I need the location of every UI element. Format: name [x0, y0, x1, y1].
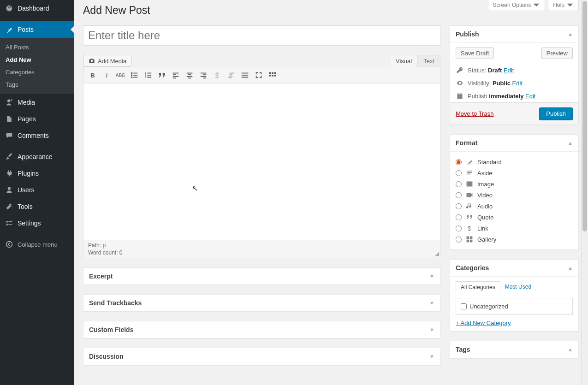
- format-radio[interactable]: [456, 192, 462, 198]
- align-right-button[interactable]: [197, 69, 210, 81]
- sidebar-item-comments[interactable]: Comments: [0, 127, 74, 144]
- metabox-header[interactable]: Send Trackbacks▼: [83, 295, 440, 311]
- format-option-gallery[interactable]: Gallery: [456, 234, 573, 245]
- fullscreen-button[interactable]: [252, 69, 265, 81]
- gallery-icon: [465, 236, 474, 243]
- sidebar-item-tools[interactable]: Tools: [0, 198, 74, 215]
- chevron-up-icon: ▲: [568, 140, 573, 146]
- metabox-header[interactable]: Excerpt▼: [83, 268, 440, 284]
- metabox-header[interactable]: Custom Fields▼: [83, 321, 440, 338]
- collapse-menu-button[interactable]: Collapse menu: [0, 236, 74, 253]
- format-option-standard[interactable]: Standard: [456, 156, 573, 167]
- format-label: Quote: [477, 214, 493, 221]
- publish-header[interactable]: Publish▲: [450, 26, 578, 43]
- bullet-list-button[interactable]: [128, 69, 141, 81]
- comment-icon: [5, 131, 14, 140]
- format-radio[interactable]: [456, 225, 462, 231]
- format-option-quote[interactable]: Quote: [456, 212, 573, 223]
- strikethrough-button[interactable]: ABC: [114, 69, 127, 81]
- tab-text[interactable]: Text: [417, 55, 440, 67]
- format-label: Audio: [477, 203, 493, 210]
- link-button[interactable]: [211, 69, 224, 81]
- move-to-trash-link[interactable]: Move to Trash: [456, 110, 493, 117]
- svg-rect-33: [272, 75, 273, 77]
- sidebar-label: Users: [18, 186, 35, 194]
- format-radio[interactable]: [456, 214, 462, 220]
- format-radio[interactable]: [456, 237, 462, 243]
- toolbar-toggle-button[interactable]: [266, 69, 279, 81]
- add-media-button[interactable]: Add Media: [83, 55, 131, 67]
- category-item[interactable]: Uncategorized: [461, 303, 568, 310]
- format-option-audio[interactable]: Audio: [456, 201, 573, 212]
- post-title-input[interactable]: [83, 25, 440, 46]
- format-radio[interactable]: [456, 203, 462, 209]
- italic-button[interactable]: I: [100, 69, 113, 81]
- format-radio[interactable]: [456, 181, 462, 187]
- tab-visual[interactable]: Visual: [390, 55, 417, 67]
- resize-handle-icon[interactable]: ◢: [435, 250, 439, 257]
- sidebar-item-pages[interactable]: Pages: [0, 111, 74, 127]
- add-new-category-link[interactable]: + Add New Category: [456, 320, 511, 326]
- sidebar-label: Comments: [18, 132, 49, 139]
- screen-options-toggle[interactable]: Screen Options: [488, 0, 546, 11]
- collapse-label: Collapse menu: [18, 241, 58, 248]
- insert-more-button[interactable]: [238, 69, 251, 81]
- format-header[interactable]: Format▲: [450, 135, 578, 152]
- blockquote-button[interactable]: [155, 69, 168, 81]
- format-radio[interactable]: [456, 159, 462, 165]
- sidebar-item-appearance[interactable]: Appearance: [0, 148, 74, 165]
- tags-box: Tags▲: [450, 341, 579, 359]
- align-left-button[interactable]: [169, 69, 182, 81]
- edit-visibility-link[interactable]: Edit: [512, 80, 523, 87]
- format-option-image[interactable]: Image: [456, 178, 573, 190]
- save-draft-button[interactable]: Save Draft: [456, 47, 494, 59]
- posts-submenu: All Posts Add New Categories Tags: [0, 38, 74, 94]
- metabox-discussion: Discussion▼: [83, 348, 440, 365]
- format-box: Format▲ StandardAsideImageVideoAudioQuot…: [450, 134, 579, 250]
- svg-rect-14: [173, 74, 176, 75]
- svg-rect-10: [147, 75, 151, 76]
- sidebar-item-plugins[interactable]: Plugins: [0, 165, 74, 182]
- format-label: Image: [477, 181, 494, 188]
- svg-rect-22: [203, 74, 206, 75]
- edit-schedule-link[interactable]: Edit: [525, 93, 535, 100]
- submenu-all-posts[interactable]: All Posts: [0, 41, 74, 53]
- metabox-header[interactable]: Discussion▼: [83, 348, 440, 365]
- preview-button[interactable]: Preview: [541, 47, 573, 59]
- categories-header[interactable]: Categories▲: [450, 260, 578, 277]
- sidebar-item-settings[interactable]: Settings: [0, 215, 74, 231]
- align-center-button[interactable]: [183, 69, 196, 81]
- plugin-icon: [5, 169, 14, 178]
- aside-icon: [465, 169, 474, 177]
- submenu-add-new[interactable]: Add New: [0, 53, 74, 66]
- metabox-trackbacks: Send Trackbacks▼: [83, 294, 440, 312]
- help-toggle[interactable]: Help: [548, 0, 579, 11]
- bold-button[interactable]: B: [86, 69, 99, 81]
- sidebar-item-dashboard[interactable]: Dashboard: [0, 0, 74, 17]
- sidebar-item-media[interactable]: Media: [0, 94, 74, 111]
- svg-rect-34: [274, 75, 276, 77]
- scrollbar-track[interactable]: [581, 0, 588, 385]
- tab-most-used[interactable]: Most Used: [500, 281, 536, 293]
- tags-header[interactable]: Tags▲: [450, 341, 578, 358]
- format-radio[interactable]: [456, 170, 462, 176]
- publish-button[interactable]: Publish: [539, 107, 573, 120]
- submenu-categories[interactable]: Categories: [0, 66, 74, 78]
- tab-all-categories[interactable]: All Categories: [456, 281, 500, 293]
- format-option-video[interactable]: Video: [456, 190, 573, 201]
- sidebar-item-users[interactable]: Users: [0, 182, 74, 198]
- format-label: Standard: [477, 159, 502, 166]
- numbered-list-button[interactable]: 123: [142, 69, 154, 81]
- editor-content-area[interactable]: ↖: [83, 83, 440, 240]
- format-option-link[interactable]: Link: [456, 223, 573, 234]
- unlink-button[interactable]: [225, 69, 238, 81]
- svg-rect-6: [133, 77, 137, 78]
- format-option-aside[interactable]: Aside: [456, 167, 573, 178]
- page-icon: [5, 114, 14, 124]
- edit-status-link[interactable]: Edit: [504, 67, 514, 74]
- scrollbar-thumb[interactable]: [582, 1, 587, 231]
- submenu-tags[interactable]: Tags: [0, 78, 74, 91]
- category-checkbox[interactable]: [461, 303, 467, 309]
- sidebar-item-posts[interactable]: Posts: [0, 21, 74, 38]
- svg-rect-30: [272, 72, 273, 74]
